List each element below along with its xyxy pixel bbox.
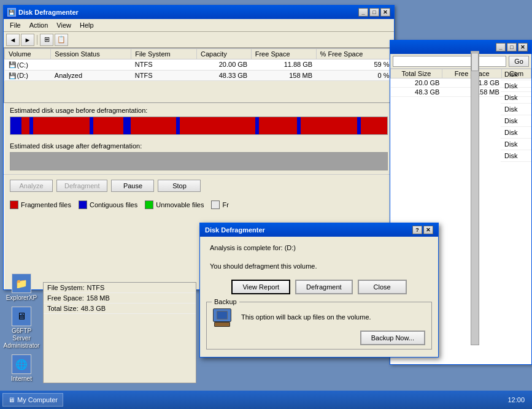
menu-action[interactable]: Action xyxy=(26,20,52,30)
fragmented-label: Fragmented files xyxy=(21,201,71,208)
clock: 12:00 xyxy=(507,396,525,403)
taskbar-my-computer[interactable]: 🖥 My Computer xyxy=(2,393,63,407)
legend-free: Fr xyxy=(211,201,228,209)
backup-now-button[interactable]: Backup Now... xyxy=(360,331,425,345)
backup-section: Backup This option will back up files on… xyxy=(206,302,432,350)
modal-body: Analysis is complete for: (D:) You shoul… xyxy=(200,237,438,302)
g6ftp-label: G6FTP Server Administrator xyxy=(3,327,40,350)
menu-view[interactable]: View xyxy=(53,20,75,30)
capacity-c: 20.00 GB xyxy=(197,59,252,71)
desktop-icons: 📁 ExplorerXP 🖥 G6FTP Server Administrato… xyxy=(3,273,40,388)
modal-buttons: View Report Defragment Close xyxy=(210,280,428,294)
defragment-button[interactable]: Defragment xyxy=(56,180,107,192)
pct-free-c: 59 % xyxy=(316,59,393,71)
explorer-address-bar: Go xyxy=(390,54,531,69)
main-title-bar: 💾 Disk Defragmenter _ □ ✕ xyxy=(4,6,394,19)
after-disk-bar xyxy=(10,152,388,170)
stop-button[interactable]: Stop xyxy=(158,180,201,192)
toolbar-separator xyxy=(37,35,37,45)
unmovable-label: Unmovable files xyxy=(156,201,204,208)
disk-item-1[interactable]: Disk xyxy=(501,69,531,80)
disk-item-4[interactable]: Disk xyxy=(501,104,531,115)
table-row[interactable]: 💾 (D:) Analyzed NTFS 48.33 GB 158 MB 0 % xyxy=(5,70,393,81)
disk-item-5[interactable]: Disk xyxy=(501,115,531,127)
internet-icon: 🌐 xyxy=(12,354,31,374)
disk-item-6[interactable]: Disk xyxy=(501,127,531,139)
menu-bar: File Action View Help xyxy=(4,19,394,32)
info-panel: File System: NTFS Free Space: 158 MB Tot… xyxy=(43,282,196,383)
volume-c: 💾 (C:) xyxy=(5,59,51,71)
close-modal-button[interactable]: Close xyxy=(358,280,407,294)
taskbar-items: 🖥 My Computer xyxy=(2,393,63,407)
menu-help[interactable]: Help xyxy=(76,20,98,30)
total-size-2: 48.3 GB xyxy=(391,88,442,97)
toolbar: ◄ ► ⊞ 📋 xyxy=(4,32,394,48)
col-pct-free[interactable]: % Free Space xyxy=(316,49,393,59)
session-status-c xyxy=(51,59,131,71)
close-button[interactable]: ✕ xyxy=(380,8,390,17)
vertical-scrollbar[interactable] xyxy=(471,51,479,345)
col-free-space[interactable]: Free Space xyxy=(251,49,316,59)
free-label-info: Free Space: xyxy=(47,294,84,302)
desktop-icon-explorerxp[interactable]: 📁 ExplorerXP xyxy=(3,273,40,302)
free-space-d: 158 MB xyxy=(251,70,316,81)
modal-title-text: Disk Defragmenter xyxy=(205,226,265,234)
after-label: Estimated disk usage after defragmentati… xyxy=(10,142,388,150)
pause-button[interactable]: Pause xyxy=(111,180,154,192)
total-size-1: 20.0 GB xyxy=(391,78,442,88)
backup-section-title: Backup xyxy=(212,298,239,305)
backup-content: This option will back up files on the vo… xyxy=(213,308,425,326)
defragment-modal-button[interactable]: Defragment xyxy=(295,280,352,294)
my-computer-label: My Computer xyxy=(17,396,58,403)
total-label-info: Total Size: xyxy=(47,305,79,312)
modal-close-button[interactable]: ✕ xyxy=(423,226,433,234)
scroll-thumb[interactable] xyxy=(471,53,479,71)
modal-help-button[interactable]: ? xyxy=(412,226,422,234)
fs-value: NTFS xyxy=(87,284,105,291)
minimize-button[interactable]: _ xyxy=(358,8,368,17)
before-label: Estimated disk usage before defragmentat… xyxy=(10,107,388,114)
maximize-button[interactable]: □ xyxy=(369,8,379,17)
file-system-c: NTFS xyxy=(131,59,197,71)
internet-label: Internet xyxy=(11,375,32,383)
taskbar: 🖥 My Computer 12:00 xyxy=(0,391,532,409)
go-button[interactable]: Go xyxy=(509,56,529,67)
col-capacity[interactable]: Capacity xyxy=(197,49,252,59)
disk-item-3[interactable]: Disk xyxy=(501,92,531,104)
explorer-close[interactable]: ✕ xyxy=(518,43,528,52)
disk-item-2[interactable]: Disk xyxy=(501,80,531,92)
title-bar-buttons: _ □ ✕ xyxy=(358,8,390,17)
view-report-button[interactable]: View Report xyxy=(231,280,290,294)
info-row-fs: File System: NTFS xyxy=(44,283,196,293)
explorer-minimize[interactable]: _ xyxy=(496,43,506,52)
free-color xyxy=(211,201,220,209)
menu-file[interactable]: File xyxy=(6,20,25,30)
modal-message-line2 xyxy=(210,255,428,262)
address-input[interactable] xyxy=(393,56,506,67)
analyze-button[interactable]: Analyze xyxy=(10,180,53,192)
after-section: Estimated disk usage after defragmentati… xyxy=(4,139,394,174)
back-button[interactable]: ◄ xyxy=(6,34,20,46)
desktop-icon-g6ftp[interactable]: 🖥 G6FTP Server Administrator xyxy=(3,307,40,350)
col-total-size[interactable]: Total Size xyxy=(391,69,442,78)
disk-item-7[interactable]: Disk xyxy=(501,139,531,150)
my-computer-icon: 🖥 xyxy=(8,396,15,403)
modal-message-line3: You should defragment this volume. xyxy=(210,262,428,270)
col-file-system[interactable]: File System xyxy=(131,49,197,59)
explore-button[interactable]: 📋 xyxy=(55,34,68,46)
volume-table-wrapper: Volume Session Status File System Capaci… xyxy=(4,48,394,103)
frag-visualization xyxy=(10,117,387,134)
col-session-status[interactable]: Session Status xyxy=(51,49,131,59)
explorer-maximize[interactable]: □ xyxy=(507,43,517,52)
desktop-icon-internet[interactable]: 🌐 Internet xyxy=(3,354,40,383)
contiguous-color xyxy=(79,201,87,209)
taskbar-right: 12:00 xyxy=(507,396,530,403)
disk-item-8[interactable]: Disk xyxy=(501,150,531,162)
g6ftp-icon: 🖥 xyxy=(12,307,31,326)
forward-button[interactable]: ► xyxy=(21,34,34,46)
table-row[interactable]: 💾 (C:) NTFS 20.00 GB 11.88 GB 59 % xyxy=(5,59,393,71)
app-icon: 💾 xyxy=(7,8,16,17)
modal-dialog: Disk Defragmenter ? ✕ Analysis is comple… xyxy=(199,223,439,357)
col-volume[interactable]: Volume xyxy=(5,49,51,59)
up-button[interactable]: ⊞ xyxy=(40,34,53,46)
